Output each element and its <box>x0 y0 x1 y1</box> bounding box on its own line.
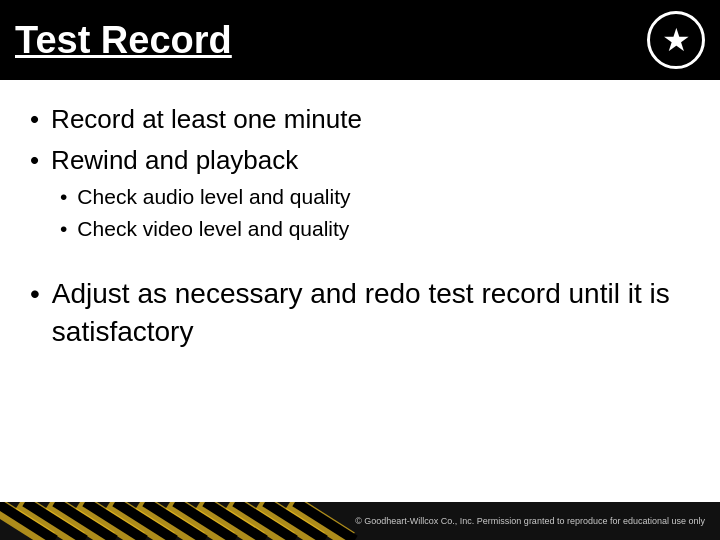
footer-copyright: © Goodheart-Willcox Co., Inc. Permission… <box>355 516 705 526</box>
list-item: • Check video level and quality <box>60 214 351 243</box>
sub-bullet-text: Check video level and quality <box>77 214 349 243</box>
bullet-dot: • <box>30 143 39 178</box>
big-bullet-item: • Adjust as necessary and redo test reco… <box>30 275 690 351</box>
main-bullet-list: • Record at least one minute • Rewind an… <box>30 102 690 257</box>
main-content: • Record at least one minute • Rewind an… <box>0 80 720 502</box>
star-icon: ★ <box>662 24 691 56</box>
sub-bullet-text: Check audio level and quality <box>77 182 350 211</box>
bullet-text: Rewind and playback <box>51 143 298 178</box>
star-badge: ★ <box>647 11 705 69</box>
bullet-dot: • <box>30 102 39 137</box>
slide-title: Test Record <box>15 19 232 62</box>
sub-bullet-dot: • <box>60 182 67 211</box>
list-item: • Rewind and playback • Check audio leve… <box>30 143 690 251</box>
sub-bullet-dot: • <box>60 214 67 243</box>
sub-bullet-list: • Check audio level and quality • Check … <box>60 182 351 245</box>
header-bar: Test Record ★ <box>0 0 720 80</box>
big-bullet-dot: • <box>30 275 40 313</box>
big-bullet-text: Adjust as necessary and redo test record… <box>52 275 690 351</box>
bullet-text: Record at least one minute <box>51 102 362 137</box>
footer-bar: © Goodheart-Willcox Co., Inc. Permission… <box>0 502 720 540</box>
list-item: • Record at least one minute <box>30 102 690 137</box>
list-item: • Check audio level and quality <box>60 182 351 211</box>
slide: Test Record ★ • Record at least one minu… <box>0 0 720 540</box>
